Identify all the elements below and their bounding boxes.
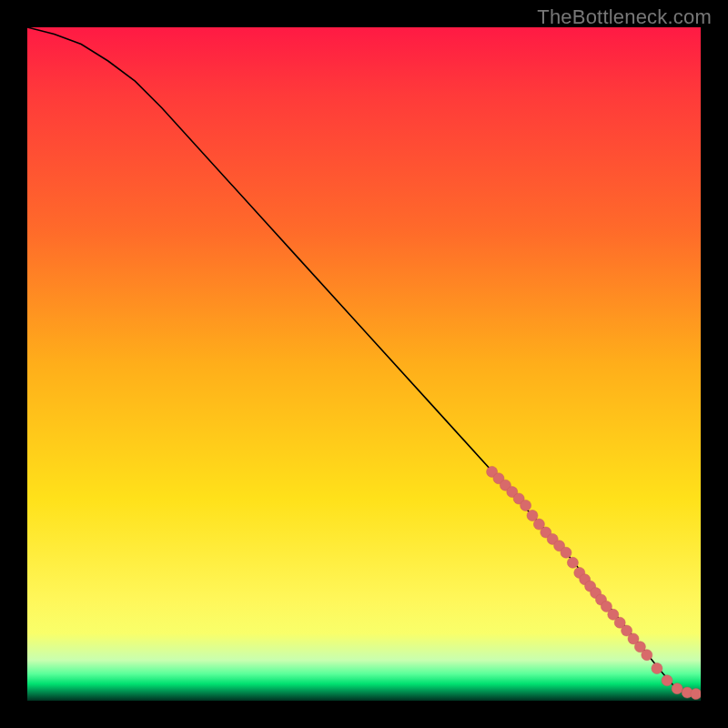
data-point bbox=[691, 689, 701, 700]
data-point bbox=[652, 663, 662, 674]
data-point bbox=[527, 511, 538, 521]
data-point bbox=[642, 650, 652, 661]
data-point bbox=[521, 500, 531, 511]
data-point bbox=[561, 547, 571, 558]
data-point bbox=[567, 557, 578, 568]
plot-area bbox=[27, 27, 701, 701]
data-point bbox=[662, 675, 672, 686]
watermark-text: TheBottleneck.com bbox=[537, 5, 712, 29]
data-point bbox=[672, 683, 682, 694]
scatter-dots bbox=[487, 466, 701, 699]
chart-container: TheBottleneck.com bbox=[0, 0, 728, 728]
chart-overlay bbox=[27, 27, 701, 701]
